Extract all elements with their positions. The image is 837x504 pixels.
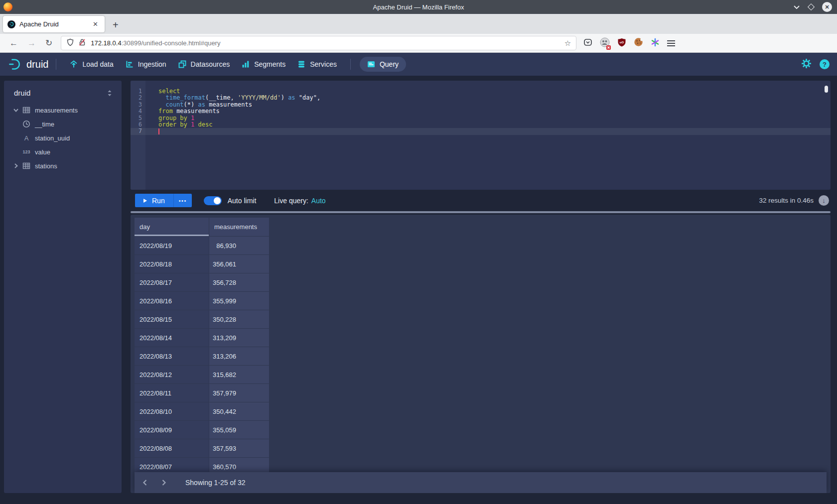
cell-measurements[interactable]: 350,442 [209, 402, 269, 420]
bookmark-star-icon[interactable]: ☆ [564, 39, 571, 48]
cell-day[interactable]: 2022/08/13 [135, 347, 209, 365]
sql-editor[interactable]: 1234567 select time_format(__time, 'YYYY… [131, 81, 831, 190]
tree-item-station-uuid[interactable]: A station_uuid [9, 131, 117, 145]
cell-measurements[interactable]: 356,728 [209, 273, 269, 291]
url-host: 172.18.0.4 [91, 39, 121, 47]
cell-measurements[interactable]: 355,059 [209, 421, 269, 439]
back-icon[interactable]: ← [9, 39, 18, 47]
services-icon [297, 60, 305, 68]
nav-item-load-data[interactable]: Load data [70, 60, 113, 68]
window-maximize-icon[interactable] [808, 3, 815, 10]
string-type-icon: A [20, 134, 33, 142]
cell-measurements[interactable]: 86,930 [209, 237, 269, 254]
tab-close-icon[interactable]: ✕ [91, 19, 100, 29]
url-bar[interactable]: 172.18.0.4 :30899/unified-console.html#q… [61, 36, 576, 50]
code-line[interactable]: from measurements [145, 108, 831, 115]
settings-gear-icon[interactable] [801, 58, 812, 71]
column-header-label: day [140, 223, 150, 231]
editor-scrollbar-thumb[interactable] [825, 86, 828, 93]
code-line[interactable]: count(*) as measurements [145, 102, 831, 108]
code-line[interactable]: order by 1 desc [145, 122, 831, 128]
nav-item-ingestion[interactable]: Ingestion [126, 60, 166, 68]
nav-item-segments[interactable]: Segments [242, 60, 285, 68]
cell-measurements[interactable]: 357,979 [209, 384, 269, 402]
menu-hamburger-icon[interactable] [667, 39, 675, 48]
cell-measurements[interactable]: 355,999 [209, 292, 269, 310]
column-header-measurements[interactable]: measurements [209, 218, 269, 236]
cell-measurements[interactable]: 313,206 [209, 347, 269, 365]
code-token: (__time, [205, 94, 238, 101]
table-row: 2022/08/1986,930 [135, 237, 827, 254]
extension-permissions-icon[interactable] [600, 37, 610, 49]
druid-navbar: druid Load data Ingestion Datasources Se… [0, 53, 837, 76]
cell-day[interactable]: 2022/08/14 [135, 329, 209, 347]
svg-text:uO: uO [620, 40, 624, 43]
code-token: from [158, 108, 173, 115]
column-header-day[interactable]: day [135, 218, 209, 236]
live-query-value[interactable]: Auto [311, 197, 326, 205]
column-header-label: measurements [214, 223, 257, 231]
code-line[interactable]: group by 1 [145, 115, 831, 122]
druid-logo[interactable]: druid [7, 57, 48, 72]
code-line[interactable] [145, 128, 831, 134]
editor-code-area[interactable]: select time_format(__time, 'YYYY/MM/dd')… [145, 81, 831, 190]
schema-selector[interactable]: druid [9, 88, 117, 103]
tree-item-value[interactable]: 123 value [9, 145, 117, 159]
help-icon[interactable]: ? [820, 59, 830, 69]
nav-item-label: Load data [82, 60, 113, 68]
chevron-right-icon[interactable] [9, 163, 20, 169]
code-token: count [165, 101, 183, 108]
download-icon[interactable]: ↓ [819, 195, 829, 206]
cell-day[interactable]: 2022/08/16 [135, 292, 209, 310]
page-prev-icon[interactable] [137, 476, 153, 489]
panel-resize-handle[interactable] [131, 211, 831, 213]
nav-item-datasources[interactable]: Datasources [178, 60, 230, 68]
auto-limit-label: Auto limit [228, 197, 257, 205]
insecure-lock-icon[interactable] [78, 38, 86, 48]
code-line[interactable]: time_format(__time, 'YYYY/MM/dd') as "da… [145, 95, 831, 101]
cell-day[interactable]: 2022/08/17 [135, 273, 209, 291]
table-row: 2022/08/13313,206 [135, 347, 827, 365]
cell-day[interactable]: 2022/08/11 [135, 384, 209, 402]
navbar-divider [350, 59, 351, 70]
window-minimize-icon[interactable] [793, 5, 800, 9]
cell-measurements[interactable]: 357,593 [209, 439, 269, 457]
tab-title: Apache Druid [19, 20, 91, 28]
colorful-asterisk-extension-icon[interactable] [651, 38, 660, 49]
forward-icon[interactable]: → [27, 39, 36, 47]
cell-measurements[interactable]: 315,682 [209, 366, 269, 383]
cookie-extension-icon[interactable] [634, 37, 643, 49]
schema-sidebar: druid measurements __time A station_uuid [4, 81, 122, 493]
cell-day[interactable]: 2022/08/19 [135, 237, 209, 254]
tab-query[interactable]: Query [360, 57, 406, 72]
tree-item-stations[interactable]: stations [9, 159, 117, 173]
cell-measurements[interactable]: 313,209 [209, 329, 269, 347]
window-close-icon[interactable]: ✕ [822, 2, 832, 12]
ublock-origin-icon[interactable]: uO [617, 38, 626, 49]
chevron-down-icon[interactable] [9, 107, 20, 113]
cell-measurements[interactable]: 350,228 [209, 310, 269, 328]
sort-indicator [135, 235, 209, 236]
page-next-icon[interactable] [155, 476, 172, 489]
reload-icon[interactable]: ↻ [45, 39, 52, 47]
cell-day[interactable]: 2022/08/10 [135, 402, 209, 420]
run-button[interactable]: Run [135, 194, 173, 207]
cell-day[interactable]: 2022/08/18 [135, 255, 209, 273]
cell-measurements[interactable]: 356,061 [209, 255, 269, 273]
run-more-button[interactable]: ••• [173, 194, 192, 207]
auto-limit-toggle[interactable] [204, 196, 222, 205]
tracking-shield-icon[interactable] [66, 38, 74, 48]
tree-item-label: value [35, 148, 50, 156]
tree-item-measurements[interactable]: measurements [9, 103, 117, 117]
browser-tab[interactable]: Apache Druid ✕ [3, 16, 105, 32]
tree-item-time[interactable]: __time [9, 117, 117, 131]
pocket-icon[interactable] [583, 38, 592, 49]
nav-item-services[interactable]: Services [297, 60, 337, 68]
cell-day[interactable]: 2022/08/15 [135, 310, 209, 328]
cell-day[interactable]: 2022/08/09 [135, 421, 209, 439]
cell-day[interactable]: 2022/08/08 [135, 439, 209, 457]
cell-day[interactable]: 2022/08/12 [135, 366, 209, 383]
line-number: 1 [131, 88, 145, 95]
new-tab-button[interactable]: + [113, 20, 119, 30]
code-line[interactable]: select [145, 88, 831, 95]
